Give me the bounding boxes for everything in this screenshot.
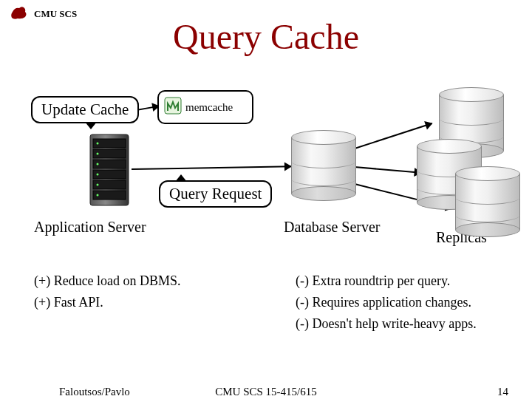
footer-course: CMU SCS 15-415/615 bbox=[0, 386, 532, 398]
database-server-icon bbox=[291, 130, 356, 201]
list-item: (-) Doesn't help write-heavy apps. bbox=[296, 316, 477, 332]
database-server-label: Database Server bbox=[284, 219, 381, 236]
cons-list: (-) Extra roundtrip per query. (-) Requi… bbox=[296, 273, 477, 338]
svg-point-11 bbox=[97, 174, 99, 176]
pros-list: (+) Reduce load on DBMS. (+) Fast API. bbox=[34, 273, 181, 316]
slide-title: Query Cache bbox=[0, 16, 532, 57]
memcache-icon bbox=[163, 96, 183, 118]
application-server-icon bbox=[89, 133, 130, 207]
arrow-to-replica-2 bbox=[355, 166, 421, 174]
svg-point-13 bbox=[97, 194, 99, 197]
list-item: (+) Reduce load on DBMS. bbox=[34, 273, 181, 289]
svg-point-12 bbox=[97, 184, 99, 186]
query-request-callout: Query Request bbox=[159, 180, 272, 208]
memcache-label: memcache bbox=[185, 101, 233, 114]
memcache-box: memcache bbox=[157, 90, 253, 124]
list-item: (+) Fast API. bbox=[34, 295, 181, 310]
svg-point-9 bbox=[97, 153, 99, 155]
list-item: (-) Extra roundtrip per query. bbox=[296, 273, 477, 289]
slide-number: 14 bbox=[497, 386, 508, 398]
replica-icon bbox=[455, 166, 520, 237]
arrow-to-db bbox=[132, 166, 291, 170]
svg-point-8 bbox=[97, 143, 99, 145]
svg-point-10 bbox=[97, 163, 99, 166]
list-item: (-) Requires application changes. bbox=[296, 295, 477, 310]
update-cache-callout: Update Cache bbox=[31, 96, 139, 123]
application-server-label: Application Server bbox=[34, 219, 146, 236]
